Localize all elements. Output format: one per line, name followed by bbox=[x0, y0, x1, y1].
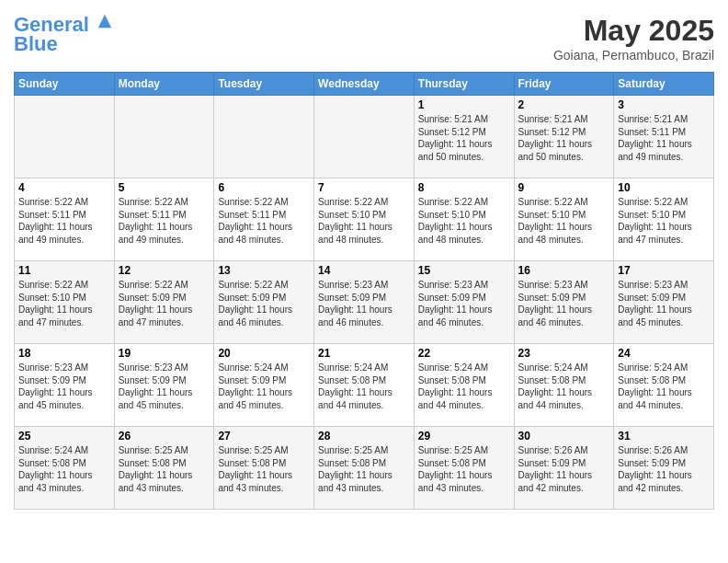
day-info: Sunrise: 5:23 AM Sunset: 5:09 PM Dayligh… bbox=[119, 362, 210, 411]
calendar-cell: 1Sunrise: 5:21 AM Sunset: 5:12 PM Daylig… bbox=[414, 96, 514, 178]
title-area: May 2025 Goiana, Pernambuco, Brazil bbox=[553, 14, 714, 63]
calendar-cell bbox=[15, 96, 115, 178]
day-info: Sunrise: 5:24 AM Sunset: 5:09 PM Dayligh… bbox=[218, 362, 310, 411]
calendar-cell: 9Sunrise: 5:22 AM Sunset: 5:10 PM Daylig… bbox=[514, 178, 614, 261]
day-info: Sunrise: 5:22 AM Sunset: 5:10 PM Dayligh… bbox=[418, 196, 510, 246]
day-info: Sunrise: 5:24 AM Sunset: 5:08 PM Dayligh… bbox=[418, 362, 510, 411]
calendar-cell: 6Sunrise: 5:22 AM Sunset: 5:11 PM Daylig… bbox=[214, 178, 314, 261]
day-info: Sunrise: 5:25 AM Sunset: 5:08 PM Dayligh… bbox=[418, 444, 510, 494]
day-number: 3 bbox=[618, 98, 710, 111]
day-number: 25 bbox=[18, 430, 110, 442]
calendar-week-2: 4Sunrise: 5:22 AM Sunset: 5:11 PM Daylig… bbox=[15, 178, 714, 261]
page-header: General Blue May 2025 Goiana, Pernambuco… bbox=[14, 14, 714, 63]
day-number: 2 bbox=[518, 98, 610, 111]
calendar-cell: 5Sunrise: 5:22 AM Sunset: 5:11 PM Daylig… bbox=[114, 178, 214, 261]
day-number: 10 bbox=[618, 181, 710, 194]
calendar-cell bbox=[214, 96, 314, 178]
calendar-week-1: 1Sunrise: 5:21 AM Sunset: 5:12 PM Daylig… bbox=[15, 96, 714, 178]
day-number: 22 bbox=[418, 347, 510, 360]
day-info: Sunrise: 5:21 AM Sunset: 5:12 PM Dayligh… bbox=[518, 113, 610, 163]
day-info: Sunrise: 5:22 AM Sunset: 5:09 PM Dayligh… bbox=[119, 279, 210, 328]
day-number: 16 bbox=[518, 264, 610, 277]
day-info: Sunrise: 5:22 AM Sunset: 5:11 PM Dayligh… bbox=[18, 196, 110, 246]
day-number: 8 bbox=[418, 181, 510, 194]
day-info: Sunrise: 5:25 AM Sunset: 5:08 PM Dayligh… bbox=[119, 444, 210, 494]
day-info: Sunrise: 5:25 AM Sunset: 5:08 PM Dayligh… bbox=[218, 444, 310, 494]
calendar-week-5: 25Sunrise: 5:24 AM Sunset: 5:08 PM Dayli… bbox=[15, 427, 714, 510]
calendar-cell: 19Sunrise: 5:23 AM Sunset: 5:09 PM Dayli… bbox=[114, 344, 214, 427]
day-info: Sunrise: 5:23 AM Sunset: 5:09 PM Dayligh… bbox=[318, 279, 410, 328]
calendar-cell: 18Sunrise: 5:23 AM Sunset: 5:09 PM Dayli… bbox=[15, 344, 115, 427]
day-info: Sunrise: 5:24 AM Sunset: 5:08 PM Dayligh… bbox=[618, 362, 710, 411]
calendar-table: SundayMondayTuesdayWednesdayThursdayFrid… bbox=[14, 72, 714, 510]
day-number: 21 bbox=[318, 347, 410, 360]
calendar-cell: 25Sunrise: 5:24 AM Sunset: 5:08 PM Dayli… bbox=[15, 427, 115, 510]
day-number: 11 bbox=[18, 264, 110, 277]
calendar-cell: 24Sunrise: 5:24 AM Sunset: 5:08 PM Dayli… bbox=[614, 344, 714, 427]
calendar-cell: 13Sunrise: 5:22 AM Sunset: 5:09 PM Dayli… bbox=[214, 261, 314, 344]
day-number: 6 bbox=[218, 181, 310, 194]
day-number: 15 bbox=[418, 264, 510, 277]
calendar-cell: 21Sunrise: 5:24 AM Sunset: 5:08 PM Dayli… bbox=[314, 344, 415, 427]
calendar-cell: 2Sunrise: 5:21 AM Sunset: 5:12 PM Daylig… bbox=[514, 96, 614, 178]
day-info: Sunrise: 5:26 AM Sunset: 5:09 PM Dayligh… bbox=[518, 444, 610, 494]
day-info: Sunrise: 5:26 AM Sunset: 5:09 PM Dayligh… bbox=[618, 444, 710, 494]
day-number: 5 bbox=[119, 181, 210, 194]
calendar-cell: 7Sunrise: 5:22 AM Sunset: 5:10 PM Daylig… bbox=[314, 178, 415, 261]
calendar-cell: 14Sunrise: 5:23 AM Sunset: 5:09 PM Dayli… bbox=[314, 261, 415, 344]
day-number: 13 bbox=[218, 264, 310, 277]
column-header-saturday: Saturday bbox=[614, 73, 714, 96]
day-info: Sunrise: 5:22 AM Sunset: 5:10 PM Dayligh… bbox=[18, 279, 110, 328]
month-title: May 2025 bbox=[553, 14, 714, 48]
day-info: Sunrise: 5:22 AM Sunset: 5:11 PM Dayligh… bbox=[218, 196, 310, 246]
day-number: 14 bbox=[318, 264, 410, 277]
day-info: Sunrise: 5:24 AM Sunset: 5:08 PM Dayligh… bbox=[318, 362, 410, 411]
day-info: Sunrise: 5:23 AM Sunset: 5:09 PM Dayligh… bbox=[18, 362, 110, 411]
day-number: 31 bbox=[618, 430, 710, 442]
day-info: Sunrise: 5:23 AM Sunset: 5:09 PM Dayligh… bbox=[618, 279, 710, 328]
day-info: Sunrise: 5:22 AM Sunset: 5:10 PM Dayligh… bbox=[518, 196, 610, 246]
day-info: Sunrise: 5:25 AM Sunset: 5:08 PM Dayligh… bbox=[318, 444, 410, 494]
calendar-cell: 31Sunrise: 5:26 AM Sunset: 5:09 PM Dayli… bbox=[614, 427, 714, 510]
calendar-cell: 11Sunrise: 5:22 AM Sunset: 5:10 PM Dayli… bbox=[15, 261, 115, 344]
day-number: 30 bbox=[518, 430, 610, 442]
day-number: 9 bbox=[518, 181, 610, 194]
calendar-cell: 15Sunrise: 5:23 AM Sunset: 5:09 PM Dayli… bbox=[414, 261, 514, 344]
day-info: Sunrise: 5:21 AM Sunset: 5:11 PM Dayligh… bbox=[618, 113, 710, 163]
column-header-thursday: Thursday bbox=[414, 73, 514, 96]
calendar-cell: 26Sunrise: 5:25 AM Sunset: 5:08 PM Dayli… bbox=[114, 427, 214, 510]
day-number: 26 bbox=[119, 430, 210, 442]
calendar-cell: 10Sunrise: 5:22 AM Sunset: 5:10 PM Dayli… bbox=[614, 178, 714, 261]
day-info: Sunrise: 5:24 AM Sunset: 5:08 PM Dayligh… bbox=[518, 362, 610, 411]
calendar-week-3: 11Sunrise: 5:22 AM Sunset: 5:10 PM Dayli… bbox=[15, 261, 714, 344]
day-number: 1 bbox=[418, 98, 510, 111]
calendar-cell: 3Sunrise: 5:21 AM Sunset: 5:11 PM Daylig… bbox=[614, 96, 714, 178]
calendar-cell: 29Sunrise: 5:25 AM Sunset: 5:08 PM Dayli… bbox=[414, 427, 514, 510]
calendar-cell: 23Sunrise: 5:24 AM Sunset: 5:08 PM Dayli… bbox=[514, 344, 614, 427]
day-number: 29 bbox=[418, 430, 510, 442]
day-info: Sunrise: 5:24 AM Sunset: 5:08 PM Dayligh… bbox=[18, 444, 110, 494]
day-number: 27 bbox=[218, 430, 310, 442]
calendar-cell: 22Sunrise: 5:24 AM Sunset: 5:08 PM Dayli… bbox=[414, 344, 514, 427]
calendar-header-row: SundayMondayTuesdayWednesdayThursdayFrid… bbox=[15, 73, 714, 96]
day-info: Sunrise: 5:22 AM Sunset: 5:09 PM Dayligh… bbox=[218, 279, 310, 328]
day-info: Sunrise: 5:23 AM Sunset: 5:09 PM Dayligh… bbox=[418, 279, 510, 328]
day-number: 18 bbox=[18, 347, 110, 360]
day-number: 17 bbox=[618, 264, 710, 277]
day-number: 19 bbox=[119, 347, 210, 360]
calendar-cell bbox=[114, 96, 214, 178]
calendar-cell: 17Sunrise: 5:23 AM Sunset: 5:09 PM Dayli… bbox=[614, 261, 714, 344]
logo: General Blue bbox=[14, 14, 113, 56]
column-header-friday: Friday bbox=[514, 73, 614, 96]
calendar-cell bbox=[314, 96, 415, 178]
day-info: Sunrise: 5:23 AM Sunset: 5:09 PM Dayligh… bbox=[518, 279, 610, 328]
day-number: 24 bbox=[618, 347, 710, 360]
day-number: 28 bbox=[318, 430, 410, 442]
column-header-wednesday: Wednesday bbox=[314, 73, 415, 96]
column-header-monday: Monday bbox=[114, 73, 214, 96]
calendar-cell: 27Sunrise: 5:25 AM Sunset: 5:08 PM Dayli… bbox=[214, 427, 314, 510]
day-number: 7 bbox=[318, 181, 410, 194]
day-info: Sunrise: 5:22 AM Sunset: 5:10 PM Dayligh… bbox=[618, 196, 710, 246]
calendar-cell: 30Sunrise: 5:26 AM Sunset: 5:09 PM Dayli… bbox=[514, 427, 614, 510]
calendar-cell: 28Sunrise: 5:25 AM Sunset: 5:08 PM Dayli… bbox=[314, 427, 415, 510]
